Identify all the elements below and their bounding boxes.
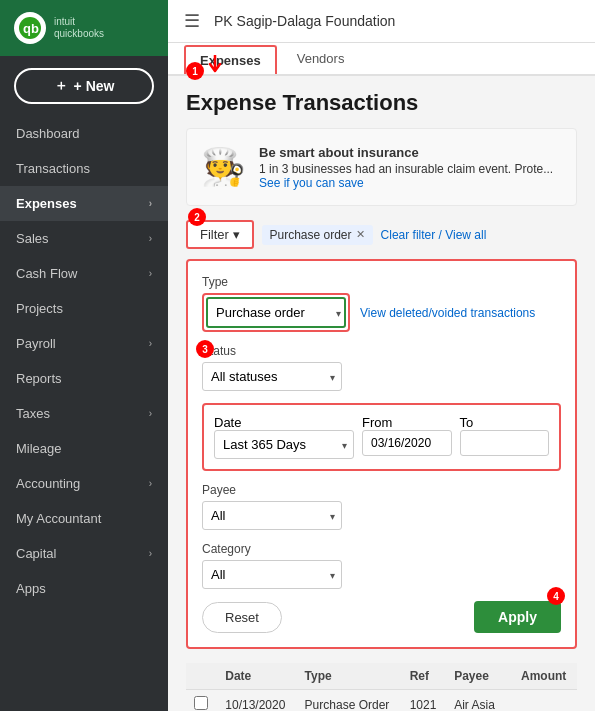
transactions-table: Date Type Ref Payee Amount 10/13/2020 Pu… bbox=[186, 663, 577, 711]
sidebar-item-taxes[interactable]: Taxes › bbox=[0, 396, 168, 431]
to-input[interactable] bbox=[460, 430, 550, 456]
from-label: From bbox=[362, 415, 392, 430]
banner-link[interactable]: See if you can save bbox=[259, 176, 364, 190]
payee-select-wrap: All ▾ bbox=[202, 501, 342, 530]
table-body: 10/13/2020 Purchase Order 1021 Air Asia … bbox=[186, 690, 577, 712]
topbar: ☰ PK Sagip-Dalaga Foundation bbox=[168, 0, 595, 43]
from-col: From bbox=[362, 415, 452, 459]
date-col: Date Last 365 Days ▾ bbox=[214, 415, 354, 459]
table-header: Date Type Ref Payee Amount bbox=[186, 663, 577, 690]
new-button[interactable]: ＋ + New bbox=[14, 68, 154, 104]
sidebar-item-sales-label: Sales bbox=[16, 231, 49, 246]
tab-vendors[interactable]: Vendors bbox=[281, 43, 361, 74]
filter-chip-purchase-order: Purchase order ✕ bbox=[262, 225, 373, 245]
status-field: 3 Status All statuses ▾ bbox=[202, 344, 561, 391]
new-button-plus: ＋ bbox=[54, 77, 68, 95]
reset-button[interactable]: Reset bbox=[202, 602, 282, 633]
banner-figure: 🧑‍🍳 bbox=[199, 139, 247, 195]
sidebar-item-accountant-label: My Accountant bbox=[16, 511, 101, 526]
sidebar-item-transactions[interactable]: Transactions bbox=[0, 151, 168, 186]
to-col: To bbox=[460, 415, 550, 459]
filter-panel: Type Purchase order ▾ View deleted/voide… bbox=[186, 259, 577, 649]
brand-label: quickbooks bbox=[54, 28, 104, 40]
remove-chip-icon[interactable]: ✕ bbox=[356, 228, 365, 241]
col-amount[interactable]: Amount bbox=[513, 663, 577, 690]
sidebar-item-sales[interactable]: Sales › bbox=[0, 221, 168, 256]
sidebar-item-mileage[interactable]: Mileage bbox=[0, 431, 168, 466]
apply-wrap: 4 Apply bbox=[474, 601, 561, 633]
category-select-wrap: All ▾ bbox=[202, 560, 342, 589]
content-area: Expense Transactions 🧑‍🍳 Be smart about … bbox=[168, 76, 595, 711]
sidebar-item-apps-label: Apps bbox=[16, 581, 46, 596]
status-select[interactable]: All statuses bbox=[202, 362, 342, 391]
step2-badge: 2 bbox=[188, 208, 206, 226]
apply-button[interactable]: Apply bbox=[474, 601, 561, 633]
sidebar: qb intuit quickbooks ＋ + New Dashboard T… bbox=[0, 0, 168, 711]
insurance-banner: 🧑‍🍳 Be smart about insurance 1 in 3 busi… bbox=[186, 128, 577, 206]
category-select[interactable]: All bbox=[202, 560, 342, 589]
tabs-bar: Expenses Vendors bbox=[168, 43, 595, 76]
sidebar-item-cashflow[interactable]: Cash Flow › bbox=[0, 256, 168, 291]
payee-select[interactable]: All bbox=[202, 501, 342, 530]
chevron-right-icon: › bbox=[149, 338, 152, 349]
date-select[interactable]: Last 365 Days bbox=[214, 430, 354, 459]
quickbooks-logo-icon: qb bbox=[14, 12, 46, 44]
intuit-label: intuit bbox=[54, 16, 104, 28]
payee-label: Payee bbox=[202, 483, 561, 497]
clear-filter-link[interactable]: Clear filter / View all bbox=[381, 228, 487, 242]
row1-ref: 1021 bbox=[402, 690, 447, 712]
chevron-right-icon: › bbox=[149, 478, 152, 489]
sidebar-item-payroll[interactable]: Payroll › bbox=[0, 326, 168, 361]
row1-checkbox[interactable] bbox=[194, 696, 208, 710]
sidebar-item-taxes-label: Taxes bbox=[16, 406, 50, 421]
sidebar-item-expenses-label: Expenses bbox=[16, 196, 77, 211]
from-input[interactable] bbox=[362, 430, 452, 456]
type-select[interactable]: Purchase order bbox=[206, 297, 346, 328]
col-type[interactable]: Type bbox=[297, 663, 402, 690]
col-ref[interactable]: Ref bbox=[402, 663, 447, 690]
row1-date: 10/13/2020 bbox=[217, 690, 296, 712]
status-select-wrap: All statuses ▾ bbox=[202, 362, 342, 391]
logo-text: intuit quickbooks bbox=[54, 16, 104, 40]
sidebar-item-cashflow-label: Cash Flow bbox=[16, 266, 77, 281]
sidebar-item-projects-label: Projects bbox=[16, 301, 63, 316]
sidebar-item-expenses[interactable]: Expenses › bbox=[0, 186, 168, 221]
sidebar-item-dashboard[interactable]: Dashboard bbox=[0, 116, 168, 151]
sidebar-item-projects[interactable]: Projects bbox=[0, 291, 168, 326]
main-content: ☰ PK Sagip-Dalaga Foundation Expenses Ve… bbox=[168, 0, 595, 711]
sidebar-nav: Dashboard Transactions Expenses › Sales … bbox=[0, 116, 168, 606]
date-row: Date Last 365 Days ▾ From To bbox=[202, 403, 561, 471]
chevron-right-icon: › bbox=[149, 198, 152, 209]
sidebar-item-reports-label: Reports bbox=[16, 371, 62, 386]
to-label: To bbox=[460, 415, 474, 430]
sidebar-item-accounting[interactable]: Accounting › bbox=[0, 466, 168, 501]
date-label: Date bbox=[214, 415, 241, 430]
category-label: Category bbox=[202, 542, 561, 556]
company-name: PK Sagip-Dalaga Foundation bbox=[214, 13, 395, 29]
sidebar-item-accounting-label: Accounting bbox=[16, 476, 80, 491]
filter-row: Filter ▾ 2 Purchase order ✕ Clear filter… bbox=[186, 220, 577, 249]
step1-badge: 1 bbox=[186, 62, 204, 80]
date-select-wrap: Last 365 Days ▾ bbox=[214, 430, 354, 459]
hamburger-icon[interactable]: ☰ bbox=[184, 10, 200, 32]
col-date[interactable]: Date bbox=[217, 663, 296, 690]
type-field-row: Purchase order ▾ View deleted/voided tra… bbox=[202, 293, 561, 332]
view-deleted-link[interactable]: View deleted/voided transactions bbox=[360, 306, 535, 320]
col-checkbox bbox=[186, 663, 217, 690]
banner-subtext: 1 in 3 businesses had an insurable claim… bbox=[259, 162, 553, 176]
svg-text:qb: qb bbox=[23, 21, 39, 36]
step4-badge: 4 bbox=[547, 587, 565, 605]
sidebar-item-dashboard-label: Dashboard bbox=[16, 126, 80, 141]
category-field: Category All ▾ bbox=[202, 542, 561, 589]
chip-label: Purchase order bbox=[270, 228, 352, 242]
row1-payee: Air Asia bbox=[446, 690, 513, 712]
chevron-right-icon: › bbox=[149, 548, 152, 559]
col-payee[interactable]: Payee bbox=[446, 663, 513, 690]
row1-type: Purchase Order bbox=[297, 690, 402, 712]
sidebar-item-apps[interactable]: Apps bbox=[0, 571, 168, 606]
sidebar-item-reports[interactable]: Reports bbox=[0, 361, 168, 396]
sidebar-item-capital[interactable]: Capital › bbox=[0, 536, 168, 571]
type-select-wrap: Purchase order ▾ bbox=[202, 293, 350, 332]
sidebar-item-accountant[interactable]: My Accountant bbox=[0, 501, 168, 536]
filter-actions: Reset 4 Apply bbox=[202, 601, 561, 633]
